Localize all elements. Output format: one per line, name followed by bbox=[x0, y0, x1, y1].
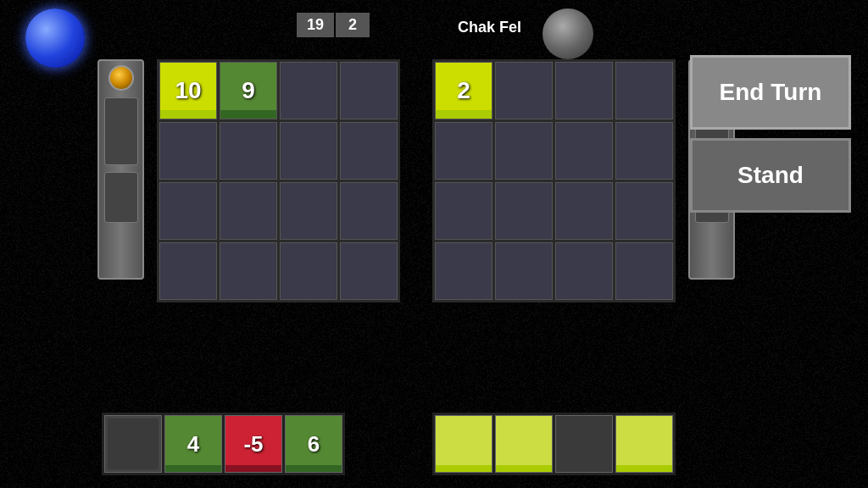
hand-card-4[interactable]: 4 bbox=[165, 416, 221, 472]
blue-orb bbox=[25, 8, 85, 68]
right-hand-3[interactable] bbox=[615, 415, 673, 473]
score-display: 19 2 bbox=[297, 13, 370, 37]
right-cell-1-2[interactable] bbox=[555, 122, 613, 180]
left-cell-3-2[interactable] bbox=[280, 242, 337, 300]
speaker-left-1 bbox=[97, 59, 144, 280]
left-hand-3[interactable]: 6 bbox=[285, 415, 342, 473]
right-cell-3-1[interactable] bbox=[495, 242, 553, 300]
left-cell-2-2[interactable] bbox=[280, 182, 337, 240]
right-cell-1-1[interactable] bbox=[495, 122, 553, 180]
hand-card-blank-3[interactable] bbox=[616, 416, 672, 472]
hand-card-empty-2 bbox=[556, 416, 612, 472]
score-right: 2 bbox=[336, 13, 370, 37]
left-hand-1[interactable]: 4 bbox=[164, 415, 222, 473]
left-hand: 4 -5 6 bbox=[102, 413, 345, 475]
left-hand-0[interactable] bbox=[104, 415, 162, 473]
stand-button[interactable]: Stand bbox=[690, 138, 851, 213]
left-cell-0-2[interactable] bbox=[280, 62, 337, 119]
right-hand-1[interactable] bbox=[495, 415, 553, 473]
card-2[interactable]: 2 bbox=[436, 63, 492, 119]
left-hand-2[interactable]: -5 bbox=[225, 415, 282, 473]
right-cell-3-0[interactable] bbox=[435, 242, 492, 300]
card-10[interactable]: 10 bbox=[160, 63, 216, 119]
right-cell-1-3[interactable] bbox=[615, 122, 673, 180]
speaker-rect bbox=[104, 97, 138, 165]
left-cell-2-0[interactable] bbox=[159, 182, 217, 240]
left-cell-3-1[interactable] bbox=[220, 242, 277, 300]
left-cell-3-3[interactable] bbox=[340, 242, 398, 300]
speaker-circle bbox=[108, 65, 134, 91]
speaker-rect2 bbox=[104, 172, 138, 223]
right-cell-2-2[interactable] bbox=[555, 182, 613, 240]
left-grid: 10 9 bbox=[157, 59, 400, 302]
left-cell-0-0[interactable]: 10 bbox=[159, 62, 217, 119]
left-cell-2-3[interactable] bbox=[340, 182, 398, 240]
left-cell-3-0[interactable] bbox=[159, 242, 217, 300]
left-cell-1-1[interactable] bbox=[220, 122, 277, 180]
right-cell-3-3[interactable] bbox=[615, 242, 673, 300]
right-hand-2[interactable] bbox=[555, 415, 613, 473]
right-cell-2-0[interactable] bbox=[435, 182, 492, 240]
right-cell-0-3[interactable] bbox=[615, 62, 673, 119]
right-cell-3-2[interactable] bbox=[555, 242, 613, 300]
right-hand bbox=[432, 413, 676, 475]
left-cell-1-2[interactable] bbox=[280, 122, 337, 180]
hand-card-empty bbox=[108, 419, 159, 469]
right-cell-0-0[interactable]: 2 bbox=[435, 62, 492, 119]
gray-orb bbox=[542, 8, 593, 59]
right-cell-0-2[interactable] bbox=[555, 62, 613, 119]
right-grid: 2 bbox=[432, 59, 676, 302]
hand-card-neg5[interactable]: -5 bbox=[225, 416, 281, 472]
left-cell-0-1[interactable]: 9 bbox=[220, 62, 277, 119]
left-cell-0-3[interactable] bbox=[340, 62, 398, 119]
hand-card-blank-1[interactable] bbox=[436, 416, 492, 472]
end-turn-button[interactable]: End Turn bbox=[690, 55, 851, 130]
left-cell-1-3[interactable] bbox=[340, 122, 398, 180]
right-cell-2-3[interactable] bbox=[615, 182, 673, 240]
player-name: Chak Fel bbox=[458, 19, 521, 36]
hand-card-6[interactable]: 6 bbox=[286, 416, 342, 472]
right-grid-area: 2 bbox=[432, 59, 676, 302]
left-cell-2-1[interactable] bbox=[220, 182, 277, 240]
right-cell-2-1[interactable] bbox=[495, 182, 553, 240]
right-hand-0[interactable] bbox=[435, 415, 492, 473]
card-9[interactable]: 9 bbox=[220, 63, 276, 119]
hand-card-blank-2[interactable] bbox=[496, 416, 552, 472]
right-cell-1-0[interactable] bbox=[435, 122, 492, 180]
score-left: 19 bbox=[297, 13, 334, 37]
left-cell-1-0[interactable] bbox=[159, 122, 217, 180]
button-panel: End Turn Stand bbox=[690, 55, 851, 213]
left-grid-area: 10 9 bbox=[157, 59, 400, 302]
right-cell-0-1[interactable] bbox=[495, 62, 553, 119]
